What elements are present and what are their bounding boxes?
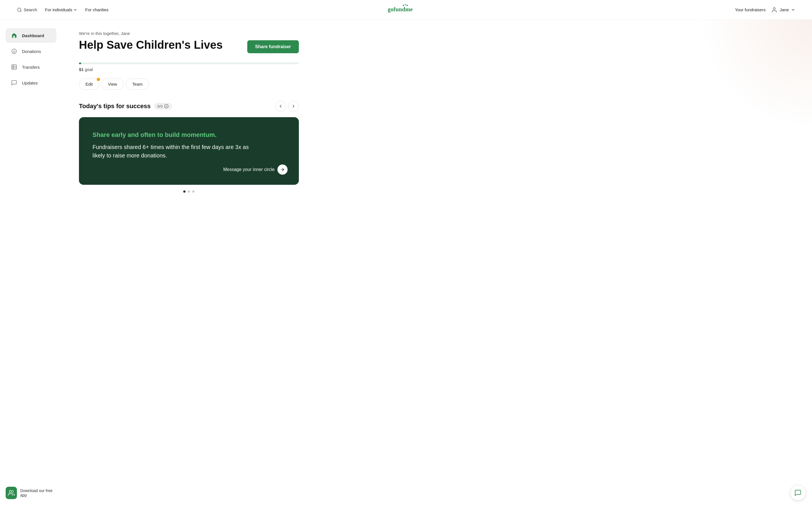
for-individuals-menu[interactable]: For individuals bbox=[45, 7, 78, 12]
tab-view-label: View bbox=[108, 82, 117, 87]
tip-card-body: Fundraisers shared 6+ times within the f… bbox=[93, 143, 262, 160]
chevron-right-icon bbox=[291, 104, 296, 108]
tip-card-cta-label: Message your inner circle bbox=[223, 167, 274, 172]
tab-view[interactable]: View bbox=[101, 78, 123, 90]
layout: Dashboard Donations bbox=[0, 20, 812, 507]
svg-rect-7 bbox=[13, 36, 15, 38]
carousel-dot-3 bbox=[192, 190, 195, 193]
fundraiser-title: Help Save Children's Lives bbox=[79, 39, 223, 51]
download-bar[interactable]: Download our free app bbox=[0, 481, 62, 507]
tips-section: Today's tips for success 0/3 bbox=[79, 101, 299, 193]
sidebar-label-updates: Updates bbox=[22, 80, 38, 86]
sidebar-label-dashboard: Dashboard bbox=[22, 33, 44, 38]
tips-badge-label: 0/3 bbox=[157, 104, 162, 108]
svg-point-5 bbox=[407, 4, 408, 6]
sidebar-item-updates[interactable]: Updates bbox=[6, 75, 56, 90]
goal-label: goal bbox=[85, 67, 93, 72]
goal-text: $1 goal bbox=[79, 67, 299, 72]
tip-card-cta-button[interactable] bbox=[277, 165, 288, 175]
title-row: Help Save Children's Lives Share fundrai… bbox=[79, 39, 299, 57]
arrow-right-icon bbox=[280, 167, 285, 172]
progress-bar-container bbox=[79, 62, 299, 64]
sidebar-item-donations[interactable]: Donations bbox=[6, 44, 56, 59]
search-button[interactable]: Search bbox=[17, 7, 37, 12]
nav-left: Search For individuals For charities bbox=[17, 7, 109, 12]
svg-rect-11 bbox=[12, 65, 17, 69]
download-label: Download our free app bbox=[20, 489, 56, 497]
navigation: Search For individuals For charities gof… bbox=[0, 0, 812, 20]
sidebar-label-transfers: Transfers bbox=[22, 65, 40, 69]
gofundme-logo[interactable]: gofundme bbox=[388, 4, 424, 16]
search-icon bbox=[17, 7, 22, 12]
user-name-label: Jane bbox=[779, 7, 789, 12]
fundraiser-tabs: Edit View Team bbox=[79, 78, 299, 90]
sidebar-label-donations: Donations bbox=[22, 49, 41, 54]
chevron-left-icon bbox=[278, 104, 283, 108]
sidebar-item-transfers[interactable]: Transfers bbox=[6, 60, 56, 74]
for-charities-link[interactable]: For charities bbox=[85, 7, 109, 12]
tab-edit-label: Edit bbox=[86, 82, 93, 87]
svg-text:gofundme: gofundme bbox=[388, 6, 413, 12]
for-individuals-label: For individuals bbox=[45, 7, 72, 12]
tip-card: Share early and often to build momentum.… bbox=[79, 117, 299, 185]
sidebar-item-dashboard[interactable]: Dashboard bbox=[6, 28, 56, 43]
tip-card-cta[interactable]: Message your inner circle bbox=[223, 165, 288, 175]
user-chevron-icon bbox=[791, 8, 795, 12]
svg-point-4 bbox=[405, 4, 406, 5]
transfers-icon bbox=[10, 63, 18, 71]
tips-badge: 0/3 bbox=[154, 103, 172, 110]
share-fundraiser-button[interactable]: Share fundraiser bbox=[247, 40, 299, 53]
donations-icon bbox=[10, 47, 18, 55]
tab-edit[interactable]: Edit bbox=[79, 78, 99, 90]
tab-team[interactable]: Team bbox=[126, 78, 149, 90]
svg-point-15 bbox=[9, 490, 11, 493]
svg-line-1 bbox=[20, 11, 21, 11]
home-icon bbox=[10, 32, 18, 40]
tips-navigation bbox=[275, 101, 299, 112]
tips-title-row: Today's tips for success 0/3 bbox=[79, 103, 172, 110]
tips-prev-button[interactable] bbox=[275, 101, 286, 112]
sidebar: Dashboard Donations bbox=[0, 20, 62, 507]
carousel-dots bbox=[79, 190, 299, 193]
main-content: We're in this together, Jane Help Save C… bbox=[62, 20, 316, 507]
svg-point-3 bbox=[403, 4, 404, 6]
chat-icon bbox=[794, 489, 802, 497]
search-label: Search bbox=[24, 7, 37, 12]
tips-next-button[interactable] bbox=[288, 101, 299, 112]
carousel-dot-1 bbox=[183, 190, 186, 193]
goal-amount: $1 bbox=[79, 67, 84, 72]
tip-card-headline: Share early and often to build momentum. bbox=[93, 131, 285, 139]
download-icon-wrap bbox=[6, 487, 17, 499]
chevron-down-icon bbox=[73, 8, 77, 12]
nav-right: Your fundraisers Jane bbox=[735, 7, 795, 13]
svg-point-6 bbox=[773, 7, 775, 9]
for-charities-label: For charities bbox=[85, 7, 109, 12]
user-icon bbox=[771, 7, 777, 13]
app-icon bbox=[8, 490, 15, 496]
tips-header: Today's tips for success 0/3 bbox=[79, 101, 299, 112]
tab-team-label: Team bbox=[132, 82, 143, 87]
greeting-text: We're in this together, Jane bbox=[79, 31, 299, 36]
tips-section-title: Today's tips for success bbox=[79, 103, 151, 110]
download-app-item[interactable]: Download our free app bbox=[6, 487, 56, 499]
your-fundraisers-link[interactable]: Your fundraisers bbox=[735, 7, 766, 12]
chat-bubble-button[interactable] bbox=[791, 486, 805, 500]
progress-bar-fill bbox=[79, 62, 81, 64]
carousel-dot-2 bbox=[188, 190, 190, 193]
updates-icon bbox=[10, 79, 18, 87]
check-circle-icon bbox=[164, 104, 168, 108]
tab-edit-notification bbox=[96, 77, 101, 82]
user-menu[interactable]: Jane bbox=[771, 7, 795, 13]
